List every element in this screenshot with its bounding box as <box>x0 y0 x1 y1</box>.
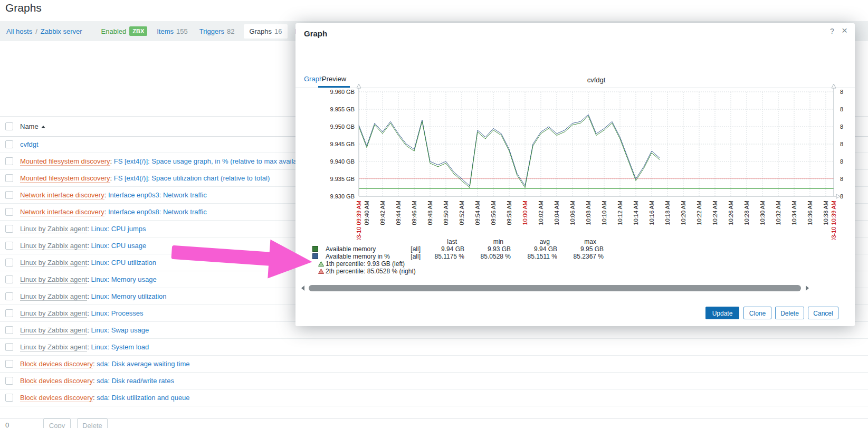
separator: : <box>110 157 114 165</box>
row-checkbox[interactable] <box>5 343 13 351</box>
row-checkbox[interactable] <box>5 208 13 216</box>
x-tick-label: 10:26 AM <box>728 201 734 225</box>
x-tick-label: 03-10 10:39 AM <box>831 201 837 240</box>
row-checkbox[interactable] <box>5 259 13 267</box>
graph-name-link[interactable]: cvfdgt <box>20 140 39 148</box>
update-button[interactable]: Update <box>705 307 739 319</box>
template-link[interactable]: Linux by Zabbix agent <box>20 343 87 351</box>
legend-stat-max: 9.95 GB <box>561 245 604 253</box>
breadcrumb-host-link[interactable]: Zabbix server <box>41 27 82 35</box>
row-checkbox[interactable] <box>5 157 13 165</box>
graph-name-link[interactable]: FS [ext4(/)]: Space usage graph, in % (r… <box>114 157 306 165</box>
x-tick-label: 10:04 AM <box>554 201 560 225</box>
graph-dialog: Graph ? × Graph Preview 9.960 GB9.955 GB… <box>295 23 855 326</box>
template-link[interactable]: Linux by Zabbix agent <box>20 259 87 267</box>
time-scrollbar <box>295 284 855 292</box>
template-link[interactable]: Linux by Zabbix agent <box>20 275 87 284</box>
graph-name-link[interactable]: sda: Disk average waiting time <box>97 360 189 368</box>
row-checkbox[interactable] <box>5 309 13 317</box>
items-count: 155 <box>176 27 188 35</box>
row-checkbox[interactable] <box>5 242 13 250</box>
select-all-checkbox[interactable] <box>5 122 13 130</box>
discovery-rule-link[interactable]: Block devices discovery <box>20 377 93 385</box>
x-tick-label: 10:08 AM <box>585 201 592 225</box>
table-row: Block devices discovery: sda: Disk read/… <box>0 373 868 389</box>
graph-name-link[interactable]: Linux: System load <box>91 343 149 351</box>
scroll-left-icon[interactable] <box>301 286 304 291</box>
name-column-header[interactable]: Name <box>20 117 45 136</box>
template-link[interactable]: Linux by Zabbix agent <box>20 292 87 301</box>
x-tick-label: 09:40 AM <box>364 201 370 225</box>
legend-swatch-icon <box>312 246 318 252</box>
legend-col-header: avg <box>515 238 557 245</box>
x-tick-label: 03-10 09:39 AM <box>356 201 362 240</box>
scrollbar-thumb[interactable] <box>309 285 801 291</box>
y-left-tick-label: 9.955 GB <box>330 106 355 112</box>
delete-button[interactable]: Delete <box>77 419 108 428</box>
row-checkbox[interactable] <box>5 360 13 368</box>
dialog-delete-button[interactable]: Delete <box>775 307 804 319</box>
y-right-tick-label: 8 <box>840 193 843 199</box>
x-tick-label: 10:02 AM <box>538 201 544 225</box>
x-tick-label: 09:42 AM <box>379 201 386 225</box>
template-link[interactable]: Linux by Zabbix agent <box>20 309 87 318</box>
x-tick-label: 10:18 AM <box>664 201 671 225</box>
graph-name-link[interactable]: Linux: Processes <box>91 309 143 317</box>
x-tick-label: 10:28 AM <box>743 201 750 225</box>
graph-name-link[interactable]: Linux: Swap usage <box>91 326 149 334</box>
graphs-count: 16 <box>274 27 282 35</box>
clone-button[interactable]: Clone <box>743 307 771 319</box>
graph-name-link[interactable]: Interface enp0s3: Network traffic <box>108 191 207 199</box>
graph-name-link[interactable]: Linux: Memory usage <box>91 275 156 283</box>
row-checkbox[interactable] <box>5 394 13 402</box>
discovery-rule-link[interactable]: Mounted filesystem discovery <box>20 174 110 183</box>
row-checkbox[interactable] <box>5 140 13 148</box>
row-checkbox[interactable] <box>5 292 13 300</box>
x-tick-label: 09:44 AM <box>395 201 402 225</box>
legend-col-header: last <box>422 238 464 245</box>
breadcrumb-separator: / <box>35 27 37 35</box>
graph-name-link[interactable]: Linux: Memory utilization <box>91 292 166 300</box>
x-tick-label: 10:34 AM <box>791 201 797 225</box>
legend-percentile-label: 2th percentile: 85.0528 % (right) <box>326 268 416 275</box>
row-checkbox[interactable] <box>5 275 13 283</box>
copy-button[interactable]: Copy <box>43 419 71 428</box>
x-axis-arrow-icon <box>836 194 840 198</box>
row-checkbox[interactable] <box>5 191 13 199</box>
row-checkbox[interactable] <box>5 225 13 233</box>
nav-graphs-active[interactable]: Graphs16 <box>244 24 287 39</box>
template-link[interactable]: Linux by Zabbix agent <box>20 326 87 335</box>
graph-name-link[interactable]: sda: Disk read/write rates <box>97 377 174 385</box>
discovery-rule-link[interactable]: Mounted filesystem discovery <box>20 157 110 166</box>
breadcrumb-all-hosts-link[interactable]: All hosts <box>6 27 32 35</box>
x-tick-label: 09:58 AM <box>506 201 512 225</box>
discovery-rule-link[interactable]: Network interface discovery <box>20 208 104 216</box>
nav-items-link[interactable]: Items <box>157 27 174 35</box>
template-link[interactable]: Linux by Zabbix agent <box>20 242 87 250</box>
legend-series-name: Available memory in % <box>326 253 390 260</box>
template-link[interactable]: Linux by Zabbix agent <box>20 225 87 233</box>
discovery-rule-link[interactable]: Network interface discovery <box>20 191 104 199</box>
cancel-button[interactable]: Cancel <box>808 307 838 319</box>
graph-name-link[interactable]: sda: Disk utilization and queue <box>97 394 189 402</box>
graph-name-link[interactable]: Linux: CPU jumps <box>91 225 146 233</box>
graph-name-link[interactable]: FS [ext4(/)]: Space utilization chart (r… <box>114 174 270 182</box>
separator: : <box>104 208 108 216</box>
row-checkbox[interactable] <box>5 326 13 334</box>
legend-col-header: min <box>469 238 511 245</box>
graph-name-link[interactable]: Linux: CPU utilization <box>91 259 156 267</box>
discovery-rule-link[interactable]: Block devices discovery <box>20 394 93 402</box>
x-tick-label: 09:46 AM <box>411 201 417 225</box>
scroll-right-icon[interactable] <box>806 286 809 291</box>
x-tick-label: 10:30 AM <box>759 201 766 225</box>
x-tick-label: 10:10 AM <box>601 201 607 225</box>
discovery-rule-link[interactable]: Block devices discovery <box>20 360 93 368</box>
graph-name-link[interactable]: Interface enp0s8: Network traffic <box>108 208 207 216</box>
row-checkbox[interactable] <box>5 174 13 182</box>
nav-triggers-link[interactable]: Triggers <box>199 27 224 35</box>
graph-name-link[interactable]: Linux: CPU usage <box>91 242 146 250</box>
x-tick-label: 09:50 AM <box>443 201 449 225</box>
table-row: Block devices discovery: sda: Disk avera… <box>0 356 868 373</box>
row-checkbox[interactable] <box>5 377 13 385</box>
x-tick-label: 10:32 AM <box>775 201 781 225</box>
